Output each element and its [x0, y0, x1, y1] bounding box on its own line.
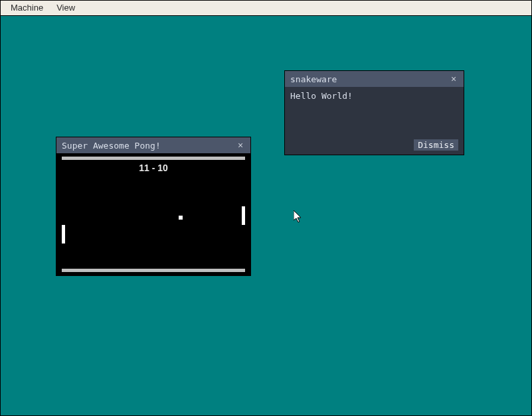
pong-paddle-left	[62, 225, 65, 243]
pong-playfield[interactable]: 11 - 10	[56, 153, 250, 275]
pong-bottom-wall	[62, 269, 245, 272]
pong-title: Super Awesome Pong!	[62, 141, 234, 151]
desktop: Super Awesome Pong! × 11 - 10 snakeware …	[1, 16, 531, 415]
snakeware-body: Hello World! Dismiss	[285, 87, 464, 155]
snakeware-dialog: snakeware × Hello World! Dismiss	[284, 70, 464, 155]
pong-score: 11 - 10	[56, 163, 250, 173]
menu-view[interactable]: View	[50, 1, 82, 14]
pong-top-wall	[62, 157, 245, 160]
snakeware-titlebar[interactable]: snakeware ×	[285, 71, 464, 87]
pong-titlebar[interactable]: Super Awesome Pong! ×	[56, 137, 250, 153]
svg-marker-0	[294, 210, 301, 222]
snakeware-message: Hello World!	[290, 91, 458, 101]
snakeware-title: snakeware	[290, 74, 448, 84]
pong-ball	[179, 216, 183, 220]
pong-window: Super Awesome Pong! × 11 - 10	[56, 137, 251, 276]
close-icon[interactable]: ×	[234, 139, 246, 151]
menu-machine[interactable]: Machine	[4, 1, 50, 14]
cursor-icon	[294, 210, 303, 224]
close-icon[interactable]: ×	[448, 73, 460, 85]
pong-paddle-right	[242, 206, 245, 225]
dismiss-button[interactable]: Dismiss	[414, 139, 458, 151]
host-menubar: Machine View	[0, 0, 532, 16]
